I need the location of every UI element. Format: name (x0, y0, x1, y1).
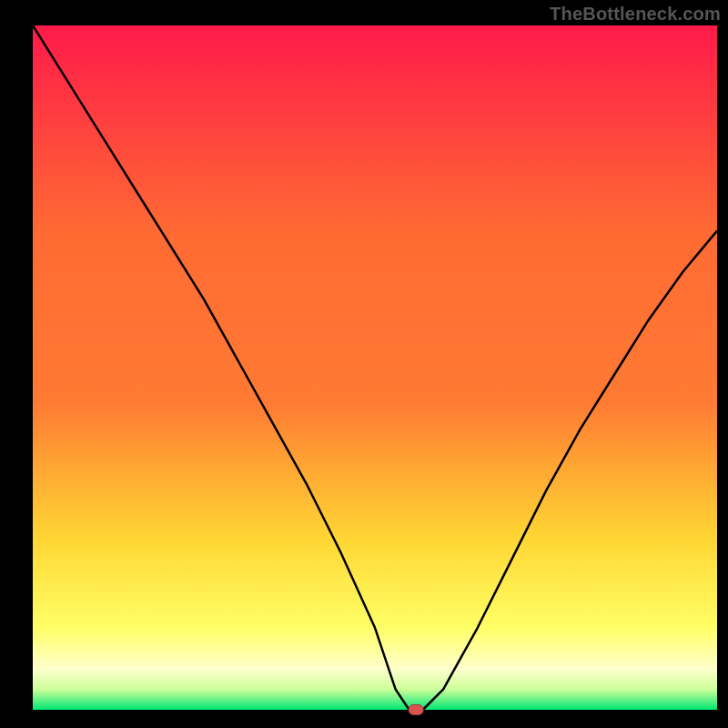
chart-frame: TheBottleneck.com (0, 0, 728, 728)
plot-background (33, 25, 717, 710)
optimal-marker (409, 705, 423, 715)
watermark-text: TheBottleneck.com (550, 4, 721, 25)
bottleneck-chart (0, 0, 728, 728)
